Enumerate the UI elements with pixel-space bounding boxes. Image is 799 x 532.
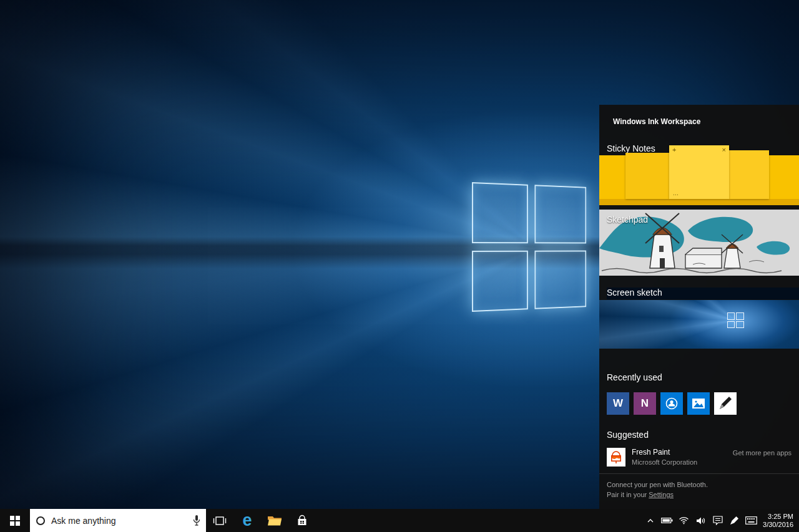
ink-workspace-tray-button[interactable] xyxy=(726,509,743,532)
word-icon: W xyxy=(613,397,623,410)
show-hidden-icons-button[interactable] xyxy=(642,509,659,532)
pen-tray-icon xyxy=(730,516,739,525)
keyboard-icon xyxy=(745,516,757,525)
pen-icon xyxy=(718,396,733,411)
sticky-note xyxy=(625,153,669,199)
edge-icon: e xyxy=(242,512,252,529)
mini-windows-logo xyxy=(727,312,744,328)
task-view-icon xyxy=(213,515,227,526)
speaker-icon xyxy=(696,516,706,525)
photos-app-tile[interactable] xyxy=(687,392,710,415)
sticky-dots-icon: ⋯ xyxy=(673,191,679,198)
screen-sketch-preview[interactable] xyxy=(599,300,799,349)
hero-logo-pane xyxy=(534,251,586,309)
hero-logo-pane xyxy=(472,182,528,243)
screen-sketch-label: Screen sketch xyxy=(607,288,799,299)
fresh-paint-tile[interactable] xyxy=(607,448,625,467)
microphone-icon[interactable] xyxy=(192,515,201,526)
battery-icon xyxy=(661,517,673,524)
search-input[interactable] xyxy=(50,515,187,526)
action-center-icon xyxy=(713,516,723,525)
sketchpad-preview[interactable]: Sketchpad xyxy=(599,210,799,276)
windows-hero-logo xyxy=(472,182,586,312)
suggested-label: Suggested xyxy=(607,430,792,442)
suggested-app-row[interactable]: Fresh Paint Microsoft Corporation Get mo… xyxy=(599,448,799,467)
touch-keyboard-button[interactable] xyxy=(743,509,760,532)
photo-icon xyxy=(692,397,705,410)
network-tray-button[interactable] xyxy=(675,509,692,532)
sticky-note-strip xyxy=(599,199,799,205)
suggested-app-name: Fresh Paint xyxy=(632,448,697,457)
ink-workspace-panel: Windows Ink Workspace Sticky Notes + × ⋯ xyxy=(599,105,799,509)
hero-logo-pane xyxy=(472,251,528,312)
fresh-paint-icon xyxy=(608,449,624,465)
get-more-pen-apps-link[interactable]: Get more pen apps xyxy=(733,448,792,457)
hero-logo-pane xyxy=(534,185,586,243)
panel-title: Windows Ink Workspace xyxy=(613,117,792,126)
fresh-paint-info: Fresh Paint Microsoft Corporation xyxy=(632,448,697,466)
folder-icon xyxy=(267,515,282,527)
sticky-notes-preview[interactable]: + × ⋯ xyxy=(599,155,799,205)
sticky-close-icon: × xyxy=(722,146,726,154)
onenote-app-tile[interactable]: N xyxy=(634,392,656,415)
battery-tray-button[interactable] xyxy=(659,509,675,532)
taskbar-clock[interactable]: 3:25 PM 3/30/2016 xyxy=(760,509,799,532)
system-tray: 3:25 PM 3/30/2016 xyxy=(642,509,799,532)
sticky-note xyxy=(729,150,769,199)
chevron-up-icon xyxy=(647,518,654,523)
clock-time: 3:25 PM xyxy=(763,513,793,521)
cortana-icon xyxy=(36,516,45,525)
cortana-search-box[interactable] xyxy=(30,509,206,532)
volume-tray-button[interactable] xyxy=(692,509,709,532)
suggested-app-publisher: Microsoft Corporation xyxy=(632,458,697,466)
pen-pairing-footer: Connect your pen with Bluetooth. Pair it… xyxy=(599,473,799,509)
wifi-icon xyxy=(679,516,689,525)
sticky-add-icon: + xyxy=(672,146,676,154)
people-app-tile[interactable] xyxy=(660,392,683,415)
footer-line1: Connect your pen with Bluetooth. xyxy=(607,480,792,490)
onenote-icon: N xyxy=(641,397,649,410)
footer-line2: Pair it in your Settings xyxy=(607,490,792,500)
store-bag-icon xyxy=(296,515,308,527)
windows-logo-icon xyxy=(10,516,20,526)
settings-link[interactable]: Settings xyxy=(649,491,674,498)
person-badge-icon xyxy=(665,397,679,410)
task-view-button[interactable] xyxy=(206,509,233,532)
recently-used-row: W N xyxy=(599,392,799,415)
sketchpad-label: Sketchpad xyxy=(607,215,648,225)
action-center-button[interactable] xyxy=(709,509,726,532)
file-explorer-button[interactable] xyxy=(261,509,288,532)
store-button[interactable] xyxy=(288,509,316,532)
sticky-note: + × ⋯ xyxy=(669,145,729,199)
recently-used-label: Recently used xyxy=(607,372,792,384)
edge-button[interactable]: e xyxy=(233,509,261,532)
word-app-tile[interactable]: W xyxy=(607,392,629,415)
sketch-app-tile[interactable] xyxy=(714,392,737,415)
taskbar: e xyxy=(0,509,799,532)
clock-date: 3/30/2016 xyxy=(763,521,793,529)
start-button[interactable] xyxy=(0,509,30,532)
windows-desktop: Windows Ink Workspace Sticky Notes + × ⋯ xyxy=(0,0,799,532)
